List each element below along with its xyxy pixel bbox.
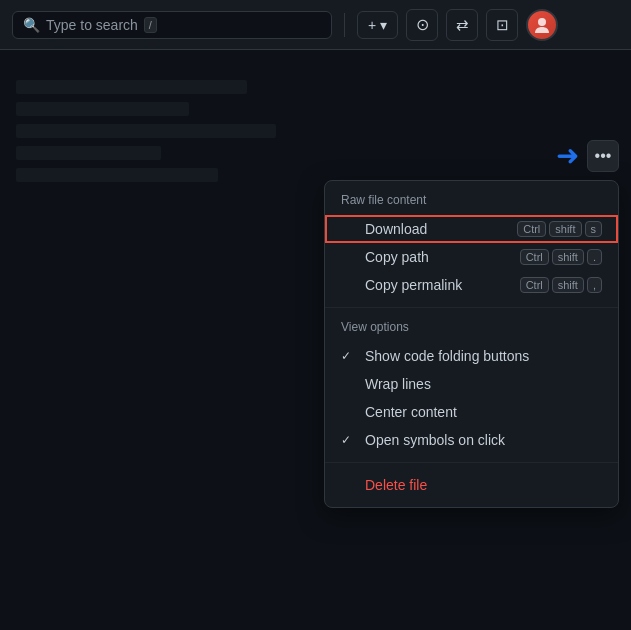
view-options-section-label: View options <box>325 316 618 342</box>
copy-permalink-kbd-comma: , <box>587 277 602 293</box>
download-kbd-shift: shift <box>549 221 581 237</box>
avatar[interactable] <box>526 9 558 41</box>
search-placeholder: Type to search <box>46 17 138 33</box>
code-area <box>0 70 321 200</box>
open-symbols-label: Open symbols on click <box>365 432 505 448</box>
download-kbd-s: s <box>585 221 603 237</box>
dropdown-divider-2 <box>325 462 618 463</box>
new-dropdown-arrow: ▾ <box>380 17 387 33</box>
search-icon: 🔍 <box>23 17 40 33</box>
open-symbols-menu-item[interactable]: ✓ Open symbols on click <box>325 426 618 454</box>
copy-path-shortcut: Ctrl shift . <box>520 249 602 265</box>
inbox-icon: ⊡ <box>496 16 509 34</box>
code-line <box>16 146 161 160</box>
wrap-lines-label: Wrap lines <box>365 376 431 392</box>
arrow-right-icon: ➜ <box>556 142 579 170</box>
record-button[interactable]: ⊙ <box>406 9 438 41</box>
center-content-label: Center content <box>365 404 457 420</box>
raw-file-section-label: Raw file content <box>325 189 618 215</box>
show-code-folding-item-left: ✓ Show code folding buttons <box>341 348 529 364</box>
new-button[interactable]: + ▾ <box>357 11 398 39</box>
copy-permalink-menu-item[interactable]: ✓ Copy permalink Ctrl shift , <box>325 271 618 299</box>
show-code-folding-label: Show code folding buttons <box>365 348 529 364</box>
delete-file-label: Delete file <box>365 477 427 493</box>
record-icon: ⊙ <box>416 15 429 34</box>
wrap-lines-menu-item[interactable]: ✓ Wrap lines <box>325 370 618 398</box>
svg-point-0 <box>538 18 546 26</box>
copy-path-menu-item[interactable]: ✓ Copy path Ctrl shift . <box>325 243 618 271</box>
copy-permalink-kbd-shift: shift <box>552 277 584 293</box>
copy-permalink-kbd-ctrl: Ctrl <box>520 277 549 293</box>
download-label: Download <box>365 221 427 237</box>
pr-icon: ⇄ <box>456 16 469 34</box>
copy-permalink-label: Copy permalink <box>365 277 462 293</box>
delete-file-item-left: ✓ Delete file <box>341 477 427 493</box>
code-line <box>16 124 276 138</box>
search-slash-key: / <box>144 17 157 33</box>
copy-path-kbd-dot: . <box>587 249 602 265</box>
copy-permalink-item-left: ✓ Copy permalink <box>341 277 462 293</box>
show-code-folding-check-icon: ✓ <box>341 349 357 363</box>
show-code-folding-menu-item[interactable]: ✓ Show code folding buttons <box>325 342 618 370</box>
code-line <box>16 168 218 182</box>
delete-file-menu-item[interactable]: ✓ Delete file <box>325 471 618 499</box>
code-line <box>16 80 247 94</box>
center-content-item-left: ✓ Center content <box>341 404 457 420</box>
code-line <box>16 102 189 116</box>
nav-divider <box>344 13 345 37</box>
dropdown-divider-1 <box>325 307 618 308</box>
wrap-lines-item-left: ✓ Wrap lines <box>341 376 431 392</box>
dropdown-menu: Raw file content ✓ Download Ctrl shift s… <box>324 180 619 508</box>
center-content-menu-item[interactable]: ✓ Center content <box>325 398 618 426</box>
copy-permalink-shortcut: Ctrl shift , <box>520 277 602 293</box>
main-content: ➜ ••• Raw file content ✓ Download Ctrl s… <box>0 50 631 630</box>
new-plus-icon: + <box>368 17 376 33</box>
copy-path-item-left: ✓ Copy path <box>341 249 429 265</box>
open-symbols-check-icon: ✓ <box>341 433 357 447</box>
copy-path-kbd-shift: shift <box>552 249 584 265</box>
pr-button[interactable]: ⇄ <box>446 9 478 41</box>
copy-path-label: Copy path <box>365 249 429 265</box>
download-item-left: ✓ Download <box>341 221 427 237</box>
download-shortcut: Ctrl shift s <box>517 221 602 237</box>
navbar: 🔍 Type to search / + ▾ ⊙ ⇄ ⊡ <box>0 0 631 50</box>
three-dots-icon: ••• <box>595 147 612 165</box>
top-right-actions: ➜ ••• <box>556 140 619 172</box>
more-options-button[interactable]: ••• <box>587 140 619 172</box>
open-symbols-item-left: ✓ Open symbols on click <box>341 432 505 448</box>
copy-path-kbd-ctrl: Ctrl <box>520 249 549 265</box>
inbox-button[interactable]: ⊡ <box>486 9 518 41</box>
search-bar[interactable]: 🔍 Type to search / <box>12 11 332 39</box>
download-kbd-ctrl: Ctrl <box>517 221 546 237</box>
download-menu-item[interactable]: ✓ Download Ctrl shift s <box>325 215 618 243</box>
